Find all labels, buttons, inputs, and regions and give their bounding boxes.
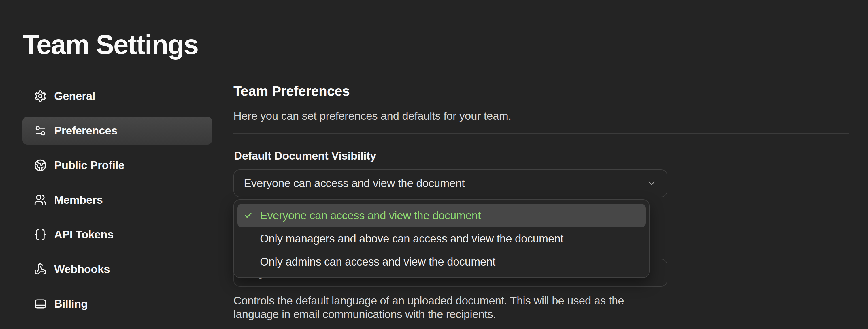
language-help-text: Controls the default language of an uplo… xyxy=(234,294,648,321)
section-divider xyxy=(234,133,849,134)
dropdown-option-admins[interactable]: Only admins can access and view the docu… xyxy=(238,250,646,273)
sidebar-item-preferences[interactable]: Preferences xyxy=(23,117,212,144)
dropdown-option-label: Only admins can access and view the docu… xyxy=(260,255,495,268)
sidebar-item-general[interactable]: General xyxy=(23,82,212,110)
sidebar-item-label: Members xyxy=(54,194,102,207)
braces-icon xyxy=(34,228,47,241)
sidebar-item-members[interactable]: Members xyxy=(23,186,212,214)
webhook-icon xyxy=(34,263,47,276)
dropdown-option-label: Everyone can access and view the documen… xyxy=(260,209,481,222)
dropdown-option-label: Only managers and above can access and v… xyxy=(260,232,563,245)
users-icon xyxy=(34,194,47,207)
check-placeholder xyxy=(244,257,252,266)
sidebar-item-api-tokens[interactable]: API Tokens xyxy=(23,221,212,248)
page-title: Team Settings xyxy=(23,31,198,58)
sidebar-item-webhooks[interactable]: Webhooks xyxy=(23,255,212,283)
sliders-icon xyxy=(34,125,47,137)
sidebar-item-billing[interactable]: Billing xyxy=(23,290,212,318)
check-icon xyxy=(244,211,252,220)
sidebar-item-label: Preferences xyxy=(54,125,117,137)
section-description: Here you can set preferences and default… xyxy=(234,109,511,123)
gear-icon xyxy=(34,90,47,103)
team-settings-page: Team Settings General Preferences Public… xyxy=(0,0,868,329)
sidebar: General Preferences Public Profile Membe… xyxy=(23,82,212,325)
visibility-field-label: Default Document Visibility xyxy=(234,149,376,162)
dropdown-option-everyone[interactable]: Everyone can access and view the documen… xyxy=(238,204,646,227)
visibility-select-value: Everyone can access and view the documen… xyxy=(244,177,465,190)
sidebar-item-label: API Tokens xyxy=(54,228,114,241)
visibility-select[interactable]: Everyone can access and view the documen… xyxy=(234,169,668,197)
credit-card-icon xyxy=(34,298,47,310)
globe-icon xyxy=(34,159,47,172)
visibility-dropdown-menu: Everyone can access and view the documen… xyxy=(234,199,650,278)
section-title: Team Preferences xyxy=(234,83,350,99)
chevron-down-icon xyxy=(646,178,657,189)
sidebar-item-label: General xyxy=(54,90,95,103)
sidebar-item-public-profile[interactable]: Public Profile xyxy=(23,152,212,179)
main-content: Team Preferences Here you can set prefer… xyxy=(234,0,849,329)
check-placeholder xyxy=(244,234,252,243)
dropdown-option-managers[interactable]: Only managers and above can access and v… xyxy=(238,227,646,250)
sidebar-item-label: Webhooks xyxy=(54,263,110,276)
sidebar-item-label: Billing xyxy=(54,298,88,310)
sidebar-item-label: Public Profile xyxy=(54,159,124,172)
